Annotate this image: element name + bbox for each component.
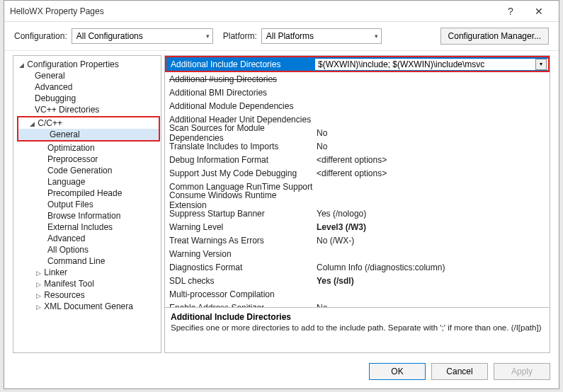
- cancel-button[interactable]: Cancel: [431, 363, 488, 380]
- property-value[interactable]: No: [314, 128, 550, 138]
- selected-row-highlight: Additional Include Directories $(WXWIN)\…: [165, 56, 550, 72]
- tree-item[interactable]: Output Files: [16, 199, 161, 210]
- property-name: Warning Level: [165, 222, 314, 232]
- property-grid[interactable]: Additional Include Directories $(WXWIN)\…: [164, 55, 550, 308]
- property-row[interactable]: SDL checksYes (/sdl): [165, 274, 550, 287]
- property-value[interactable]: Yes (/sdl): [314, 276, 550, 286]
- tree-item[interactable]: Optimization: [16, 142, 161, 154]
- tree-item[interactable]: VC++ Directories: [16, 104, 161, 115]
- property-name: Consume Windows Runtime Extension: [165, 190, 314, 210]
- ok-button[interactable]: OK: [369, 363, 426, 380]
- chevron-down-icon: ▾: [206, 33, 210, 40]
- property-row[interactable]: Enable Address SanitizerNo: [165, 301, 550, 308]
- expand-icon[interactable]: ▷: [35, 292, 42, 299]
- property-name: Scan Sources for Module Dependencies: [165, 123, 314, 143]
- tree-item[interactable]: All Options: [16, 244, 161, 255]
- tree-item[interactable]: Preprocessor: [16, 154, 161, 165]
- tree-item[interactable]: Precompiled Heade: [16, 188, 161, 199]
- property-row[interactable]: Translate Includes to ImportsNo: [165, 139, 550, 153]
- tree-item-general[interactable]: General: [18, 129, 159, 140]
- property-row[interactable]: Additional Module Dependencies: [165, 99, 550, 113]
- property-value[interactable]: <different options>: [314, 155, 550, 165]
- configuration-label: Configuration:: [14, 31, 67, 41]
- property-value[interactable]: Column Info (/diagnostics:column): [314, 263, 550, 272]
- dropdown-button[interactable]: ▾: [535, 59, 547, 70]
- property-name: Enable Address Sanitizer: [165, 303, 314, 309]
- dialog-buttons: OK Cancel Apply: [4, 357, 559, 388]
- tree-item-ccpp[interactable]: ◢ C/C++: [18, 117, 159, 129]
- tree-item[interactable]: Advanced: [16, 81, 161, 93]
- description-title: Additional Include Directories: [171, 312, 544, 322]
- property-row[interactable]: Warning Version: [165, 247, 550, 260]
- tree-item[interactable]: External Includes: [16, 221, 161, 233]
- tree-item[interactable]: ▷ XML Document Genera: [16, 301, 161, 312]
- tree-root[interactable]: ◢ Configuration Properties: [16, 59, 161, 70]
- property-name: Additional Include Directories: [166, 59, 315, 69]
- close-button[interactable]: ✕: [525, 6, 553, 17]
- tree-item[interactable]: Browse Information: [16, 210, 161, 221]
- property-name: Suppress Startup Banner: [165, 209, 314, 219]
- description-pane: Additional Include Directories Specifies…: [164, 308, 550, 353]
- config-toolbar: Configuration: All Configurations▾ Platf…: [4, 22, 559, 51]
- tree-item[interactable]: Code Generation: [16, 165, 161, 176]
- property-value[interactable]: Yes (/nologo): [314, 209, 550, 219]
- tree-item[interactable]: Language: [16, 176, 161, 188]
- property-name: Translate Includes to Imports: [165, 142, 314, 151]
- description-body: Specifies one or more directories to add…: [171, 323, 544, 332]
- property-pages-dialog: HelloWX Property Pages ? ✕ Configuration…: [4, 0, 559, 389]
- property-row[interactable]: Warning LevelLevel3 (/W3): [165, 220, 550, 234]
- tree-item[interactable]: Advanced: [16, 233, 161, 244]
- property-row[interactable]: Support Just My Code Debugging<different…: [165, 166, 550, 180]
- property-row[interactable]: Scan Sources for Module DependenciesNo: [165, 126, 550, 139]
- expand-icon[interactable]: ▷: [35, 270, 42, 277]
- window-title: HelloWX Property Pages: [10, 6, 496, 16]
- tree-item[interactable]: General: [16, 70, 161, 81]
- property-row[interactable]: Diagnostics FormatColumn Info (/diagnost…: [165, 260, 550, 274]
- property-row[interactable]: Treat Warnings As ErrorsNo (/WX-): [165, 234, 550, 247]
- collapse-icon[interactable]: ◢: [18, 62, 25, 69]
- property-name: Support Just My Code Debugging: [165, 168, 314, 178]
- property-value[interactable]: <different options>: [314, 168, 550, 178]
- expand-icon[interactable]: ▷: [35, 304, 42, 311]
- platform-label: Platform:: [223, 31, 257, 41]
- property-name: Multi-processor Compilation: [165, 289, 314, 299]
- category-tree[interactable]: ◢ Configuration Properties General Advan…: [13, 55, 161, 353]
- tree-item[interactable]: Command Line: [16, 255, 161, 267]
- property-value[interactable]: No: [314, 303, 550, 309]
- property-name: Debug Information Format: [165, 155, 314, 165]
- property-value-editor[interactable]: $(WXWIN)\include; $(WXWIN)\include\msvc …: [315, 59, 548, 70]
- property-row[interactable]: Debug Information Format<different optio…: [165, 153, 550, 166]
- chevron-down-icon: ▾: [375, 33, 378, 40]
- apply-button[interactable]: Apply: [494, 363, 550, 380]
- property-row[interactable]: Suppress Startup BannerYes (/nologo): [165, 207, 550, 220]
- expand-icon[interactable]: ▷: [35, 281, 42, 288]
- platform-combo[interactable]: All Platforms▾: [261, 28, 382, 44]
- property-value[interactable]: No (/WX-): [314, 236, 550, 246]
- tree-item[interactable]: Debugging: [16, 93, 161, 104]
- property-name: Additional #using Directories: [165, 74, 314, 84]
- property-name: Diagnostics Format: [165, 263, 314, 272]
- property-name: Additional BMI Directories: [165, 88, 314, 98]
- collapse-icon[interactable]: ◢: [28, 120, 35, 127]
- property-name: Treat Warnings As Errors: [165, 236, 314, 246]
- property-name: Warning Version: [165, 249, 314, 259]
- property-name: SDL checks: [165, 276, 314, 286]
- configuration-combo[interactable]: All Configurations▾: [72, 28, 213, 44]
- property-row[interactable]: Additional BMI Directories: [165, 86, 550, 99]
- property-row[interactable]: Additional #using Directories: [165, 72, 550, 86]
- help-button[interactable]: ?: [496, 6, 525, 17]
- property-row-selected[interactable]: Additional Include Directories $(WXWIN)\…: [166, 57, 548, 71]
- property-value[interactable]: Level3 (/W3): [314, 222, 550, 232]
- tree-item[interactable]: ▷ Manifest Tool: [16, 278, 161, 289]
- property-row[interactable]: Consume Windows Runtime Extension: [165, 193, 550, 207]
- ccpp-highlight: ◢ C/C++ General: [17, 116, 160, 142]
- property-value[interactable]: No: [314, 142, 550, 151]
- property-row[interactable]: Multi-processor Compilation: [165, 287, 550, 301]
- configuration-manager-button[interactable]: Configuration Manager...: [440, 28, 549, 45]
- tree-item[interactable]: ▷ Resources: [16, 289, 161, 301]
- tree-item[interactable]: ▷ Linker: [16, 267, 161, 278]
- titlebar: HelloWX Property Pages ? ✕: [4, 1, 559, 22]
- property-name: Additional Module Dependencies: [165, 101, 314, 111]
